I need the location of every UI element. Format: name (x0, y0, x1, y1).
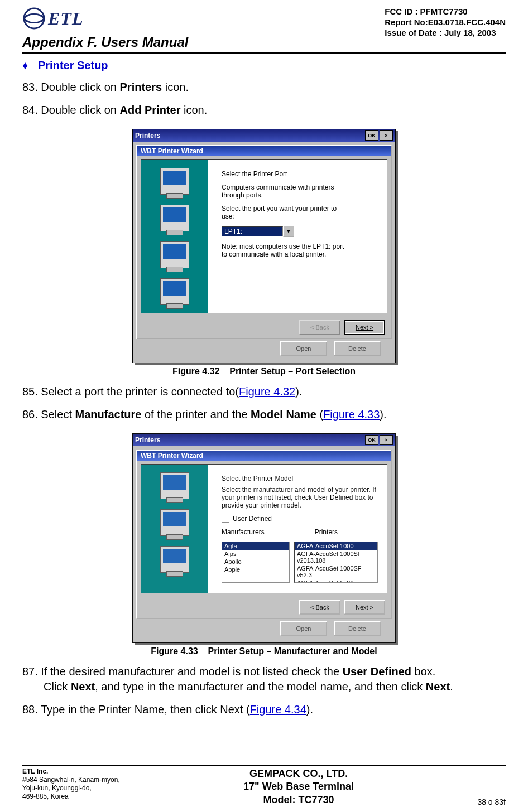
back-button[interactable]: < Back (299, 600, 340, 615)
svg-point-1 (24, 14, 44, 23)
step-84: 84. Double click on Add Printer icon. (22, 103, 506, 118)
next-button[interactable]: Next > (344, 600, 385, 615)
wizard-text: Select the port you want your printer to… (222, 205, 350, 220)
list-item[interactable]: Alps (222, 550, 289, 558)
figure-4-32-link[interactable]: Figure 4.32 (239, 385, 295, 398)
next-button[interactable]: Next > (344, 320, 385, 335)
footer-center-line: 17" Web Base Terminal (120, 780, 478, 793)
figure-4-33-link[interactable]: Figure 4.33 (323, 408, 380, 420)
footer-company: ETL Inc. (22, 767, 120, 776)
computer-icon (160, 241, 189, 268)
wizard-titlebar[interactable]: WBT Printer Wizard (137, 146, 391, 156)
delete-button[interactable]: Delete (334, 341, 381, 356)
printers-label: Printers (315, 528, 338, 536)
report-no: Report No:E03.0718.FCC.404N (385, 17, 506, 28)
figure-4-32-caption: Figure 4.32 Printer Setup – Port Selecti… (22, 366, 506, 376)
logo-text: ETL (48, 8, 83, 29)
printers-window-titlebar[interactable]: Printers OK × (133, 129, 395, 142)
figure-4-33: Printers OK × WBT Printer Wizard (22, 433, 506, 643)
section-printer-setup: ♦Printer Setup (22, 59, 506, 72)
wizard-note: Note: most computers use the LPT1: port … (222, 243, 350, 258)
svg-point-0 (24, 8, 44, 28)
figure-4-32: Printers OK × WBT Printer Wizard (22, 129, 506, 363)
footer-center-line: Model: TC7730 (120, 794, 478, 806)
delete-button[interactable]: Delete (334, 621, 381, 636)
globe-icon (22, 7, 46, 30)
close-icon[interactable]: × (380, 130, 393, 141)
etl-logo: ETL (22, 7, 83, 30)
computer-icon (160, 509, 189, 536)
list-item[interactable]: Apollo (222, 558, 289, 566)
step-87: 87. If the desired manufacturer and mode… (22, 664, 506, 694)
footer-center-line: GEMPACK CO., LTD. (120, 767, 478, 780)
wizard-text: Select the manufacturer and model of you… (222, 486, 377, 509)
ok-button[interactable]: OK (365, 130, 378, 141)
back-button: < Back (299, 320, 340, 335)
step-86: 86. Select Manufacture of the printer an… (22, 407, 506, 422)
list-item[interactable]: AGFA-AccuSet 1500 (295, 579, 377, 583)
step-85: 85. Select a port the printer is connect… (22, 384, 506, 399)
chevron-down-icon[interactable]: ▼ (283, 226, 294, 237)
figure-4-34-link[interactable]: Figure 4.34 (250, 703, 306, 716)
page-footer: ETL Inc. #584 Sangwhal-ri, Kanam-myon, Y… (22, 765, 506, 806)
printers-window-title: Printers (135, 132, 160, 139)
list-item[interactable]: AGFA-AccuSet 1000 (295, 542, 377, 550)
ok-button[interactable]: OK (365, 435, 378, 445)
step-83: 83. Double click on Printers icon. (22, 80, 506, 95)
computer-icon (160, 546, 189, 573)
port-dropdown-value: LPT1: (222, 226, 283, 236)
computer-icon (160, 472, 189, 499)
issue-date: Issue of Date : July 18, 2003 (385, 28, 506, 38)
manufacturers-label: Manufacturers (222, 528, 265, 536)
computer-icon (160, 168, 189, 195)
fcc-id: FCC ID : PFMTC7730 (385, 7, 506, 17)
computer-icon (160, 205, 189, 231)
wizard-titlebar[interactable]: WBT Printer Wizard (137, 451, 391, 461)
header-meta: FCC ID : PFMTC7730 Report No:E03.0718.FC… (385, 7, 506, 38)
list-item[interactable]: AGFA-AccuSet 1000SF v52.3 (295, 564, 377, 579)
list-item[interactable]: AGFA-AccuSet 1000SF v2013.108 (295, 550, 377, 564)
footer-addr: #584 Sangwhal-ri, Kanam-myon, (22, 776, 120, 784)
wizard-sidebar (141, 465, 208, 593)
list-item[interactable]: Apple (222, 566, 289, 573)
wizard-heading: Select the Printer Model (222, 475, 377, 482)
computer-icon (160, 278, 189, 305)
wizard-heading: Select the Printer Port (222, 170, 377, 178)
footer-addr: 469-885, Korea (22, 792, 120, 801)
close-icon[interactable]: × (380, 435, 393, 445)
user-defined-label: User Defined (233, 515, 272, 523)
open-button[interactable]: Open (280, 341, 327, 356)
user-defined-checkbox[interactable] (222, 515, 229, 523)
wizard-text: Computers communicate with printers thro… (222, 183, 350, 199)
diamond-bullet-icon: ♦ (22, 59, 38, 72)
section-title-text: Printer Setup (38, 59, 108, 71)
footer-addr: Yoju-kun, Kyounggi-do, (22, 784, 120, 792)
printers-listbox[interactable]: AGFA-AccuSet 1000 AGFA-AccuSet 1000SF v2… (294, 542, 378, 583)
list-item[interactable]: Agfa (222, 542, 289, 550)
page-header: ETL FCC ID : PFMTC7730 Report No:E03.071… (22, 7, 506, 38)
step-88: 88. Type in the Printer Name, then click… (22, 702, 506, 717)
footer-divider (22, 765, 506, 766)
header-divider (22, 52, 506, 54)
port-dropdown[interactable]: LPT1: ▼ (222, 226, 294, 237)
open-button[interactable]: Open (280, 621, 327, 636)
page-number: 38 o 83f (477, 798, 506, 806)
printers-window-title: Printers (135, 436, 160, 444)
manufacturers-listbox[interactable]: Agfa Alps Apollo Apple (222, 542, 290, 583)
wizard-sidebar (141, 160, 208, 313)
printers-window-titlebar[interactable]: Printers OK × (133, 434, 395, 446)
figure-4-33-caption: Figure 4.33 Printer Setup – Manufacturer… (22, 646, 506, 656)
